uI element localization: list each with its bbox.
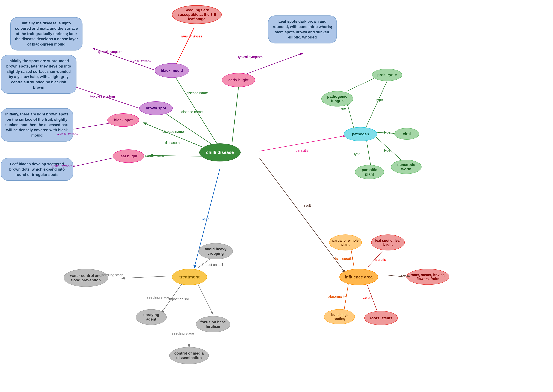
pathogenic-fungus-node: pathogenic fungus (321, 91, 353, 106)
nematode-worm-node: nematode worm (391, 160, 422, 174)
typical-symptom-label-bm: typical symptom (130, 58, 154, 62)
focus-base-fertiliser-node: focus on base fertiliser (196, 316, 230, 332)
typical-symptom-label-2: typical symptom (90, 94, 115, 98)
disease-name-label-2: disease name (162, 130, 184, 134)
svg-line-13 (366, 78, 388, 127)
type-label-3: type (384, 131, 391, 134)
disease-name-label-3: disease name (165, 141, 186, 145)
svg-line-11 (260, 136, 345, 151)
svg-line-8 (65, 122, 117, 131)
svg-line-28 (198, 283, 213, 314)
typical-symptom-label-1: typical symptom (98, 50, 122, 54)
svg-line-9 (65, 156, 120, 168)
seedlings-susceptible-node: Seedlings are susceptible at the 3-5 lea… (172, 5, 222, 24)
brown-spot-info-box: Initially the spots are subrounded brown… (1, 55, 77, 94)
svg-line-26 (122, 276, 176, 278)
type-label-1: type (339, 106, 346, 111)
svg-line-16 (376, 137, 404, 162)
leaf-blight-info-box: Leaf blades develop scattered brown dots… (1, 158, 73, 181)
svg-line-27 (162, 283, 182, 313)
spraying-agent-node: spraying agent (136, 309, 167, 325)
early-blight-info-box: Leaf spots dark brown and rounded, with … (268, 15, 337, 43)
svg-line-7 (72, 86, 144, 110)
necrotic-label: necrotic (374, 258, 386, 262)
disease-name-label-4: disease name (143, 154, 164, 158)
seedling-stage-label-2: seedling stage (147, 295, 169, 299)
mind-map-canvas: Initially the disease is light-coloured … (0, 0, 553, 392)
type-label-4: type (354, 152, 361, 156)
typical-symptom-label-eb: typical symptom (238, 55, 262, 59)
brown-spot-node: brown spot (139, 101, 173, 115)
impact-soil-label-1: impact on soil (202, 263, 223, 267)
svg-line-3 (143, 123, 211, 150)
svg-line-23 (366, 282, 378, 314)
wither-label: wither (363, 296, 372, 300)
black-spot-node: black spot (107, 113, 139, 127)
result-in-label: result in (302, 203, 314, 208)
svg-line-5 (93, 48, 158, 71)
discolouration-label: discolouration (333, 257, 354, 261)
svg-line-0 (174, 74, 222, 151)
disease-name-label-5: disease name (186, 91, 208, 95)
black-spot-info-box: Initially, there are light brown spots o… (1, 108, 73, 141)
svg-line-4 (149, 155, 206, 156)
svg-line-6 (237, 53, 302, 77)
disease-name-label-1: disease name (181, 110, 203, 114)
bunching-rooting-node: bunching, rooting (324, 309, 355, 324)
seedling-stage-label-3: seedling stage (172, 331, 194, 336)
partial-whole-plant-node: partial or w hole plant (329, 234, 362, 251)
pathogen-node: pathogen (344, 127, 377, 141)
type-label-2: type (376, 98, 383, 102)
black-mould-node: black mould (155, 63, 189, 78)
water-control-node: water control and flood prevention (64, 269, 108, 287)
abnormality-label: abnormality (328, 294, 346, 299)
svg-line-17 (347, 77, 378, 91)
svg-line-1 (232, 84, 239, 143)
roots-stems-node: roots, stems (364, 311, 398, 325)
early-blight-node: early blight (222, 73, 255, 87)
roots-stems-leaves-node: roots, stems, leav es, flowers, fruits (406, 269, 449, 285)
prokaryote-node: prokaryote (372, 69, 402, 81)
svg-line-15 (366, 137, 371, 168)
parasitic-plant-node: parasitic plant (355, 165, 384, 179)
need-label: need (202, 217, 210, 221)
time-of-illness-label: time of illness (181, 34, 202, 38)
influence-area-node: influence area (339, 269, 378, 285)
impact-soil-label-2: impact on soil (168, 297, 189, 301)
svg-line-10 (175, 28, 194, 66)
type-label-5: type (384, 149, 391, 153)
control-media-node: control of media dissemination (169, 347, 209, 364)
viral-node: viral (394, 128, 419, 140)
treatment-node: treatment (172, 269, 207, 285)
parasitism-label: parasitism (296, 149, 311, 153)
svg-line-18 (260, 158, 345, 273)
black-mould-info-box: Initially the disease is light-coloured … (10, 17, 83, 50)
chilli-disease-node: chilli disease (199, 143, 241, 161)
svg-line-12 (347, 103, 354, 129)
avoid-heavy-cropping-node: avoid heavy cropping (199, 243, 233, 259)
svg-line-22 (344, 281, 349, 313)
leaf-spot-blight-node: leaf spot or leaf blight (371, 234, 405, 251)
svg-line-2 (162, 111, 216, 147)
leaf-blight-node: leaf blight (113, 149, 144, 163)
edges-layer (0, 0, 553, 392)
